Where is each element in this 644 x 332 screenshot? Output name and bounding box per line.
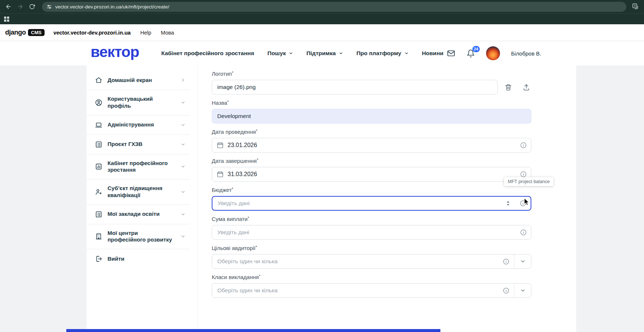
nav-item-label: Про платформу [356, 50, 401, 57]
calendar-icon[interactable] [217, 142, 224, 149]
end-date-input[interactable]: 31.03.2026 [212, 167, 531, 182]
label-text: Цільові авдиторії [212, 245, 256, 251]
forward-button[interactable] [15, 2, 25, 11]
required-mark: * [256, 245, 257, 249]
sidebar-item-project-ghzv[interactable]: Проєкт ГХЗВ [87, 135, 190, 154]
delete-icon[interactable] [504, 83, 512, 91]
cms-badge: CMS [28, 29, 45, 36]
home-icon [95, 76, 103, 84]
required-mark: * [227, 100, 229, 104]
bar-chart-icon [95, 163, 103, 171]
nav-item-cabinet[interactable]: Кабінет професійного зростання [161, 50, 254, 57]
mouse-cursor [524, 198, 530, 207]
label-text: Назва [212, 100, 227, 106]
payment-input-wrap [212, 225, 531, 240]
grades-placeholder: Оберіть один чи кілька [212, 287, 278, 294]
info-icon[interactable] [520, 142, 527, 149]
nav-item-support[interactable]: Підтримка [306, 50, 343, 57]
logo-file-name: image (26).png [212, 84, 256, 90]
grades-select[interactable]: Оберіть один чи кілька [212, 283, 531, 298]
nav-item-search[interactable]: Пошук [267, 50, 293, 57]
url-text: vector.vector-dev.prozori.in.ua/uk/mft/p… [55, 4, 169, 10]
cms-language-link[interactable]: Мова [161, 30, 174, 36]
info-icon[interactable] [520, 229, 527, 236]
field-label-name: Назва* [212, 100, 531, 106]
content-panel: Домашній екран Користувацький профіль Ад [87, 65, 576, 332]
translate-icon[interactable]: A [631, 2, 640, 11]
sidebar-item-home[interactable]: Домашній екран [87, 71, 190, 90]
chevron-down-icon [180, 164, 186, 169]
avatar[interactable] [486, 46, 500, 60]
field-label-end-date: Дата завершення* [212, 158, 531, 164]
mail-icon[interactable] [447, 49, 455, 58]
nav-item-label: Кабінет професійного зростання [161, 50, 254, 57]
sidebar: Домашній екран Користувацький профіль Ад [87, 65, 198, 332]
apps-grid-icon[interactable] [4, 17, 9, 22]
notifications-bell[interactable]: 24 [467, 49, 475, 58]
sidebar-item-profile[interactable]: Користувацький профіль [87, 90, 190, 115]
chevron-down-icon[interactable] [514, 258, 531, 264]
vector-logo[interactable]: вектор [91, 43, 139, 61]
required-mark: * [247, 216, 249, 220]
sidebar-item-qualification-subject[interactable]: Суб’єкт підвищення кваліфікації [87, 179, 190, 205]
sidebar-item-my-centers[interactable]: Мої центри професійного розвитку [87, 224, 190, 250]
nav-item-label: Новини [422, 50, 444, 57]
info-icon[interactable] [503, 258, 510, 265]
audiences-select[interactable]: Оберіть один чи кілька [212, 254, 531, 269]
chevron-down-icon[interactable] [514, 288, 531, 293]
end-date-value: 31.03.2026 [228, 171, 257, 178]
logout-icon [95, 255, 103, 263]
chevron-right-icon [180, 78, 186, 83]
sidebar-item-my-institutions[interactable]: Мої заклади освіти [87, 205, 190, 224]
building-icon [95, 232, 103, 240]
logo-file-input[interactable]: image (26).png [212, 80, 498, 94]
django-logo[interactable]: django [5, 29, 26, 36]
person-plus-icon [95, 188, 103, 196]
sidebar-item-administration[interactable]: Адміністрування [87, 115, 190, 135]
label-text: Логотип [212, 71, 232, 77]
required-mark: * [259, 274, 260, 278]
sidebar-item-logout[interactable]: Вийти [87, 249, 190, 268]
nav-item-about[interactable]: Про платформу [356, 50, 409, 57]
cms-help-link[interactable]: Help [140, 30, 151, 36]
sidebar-item-label: Вийти [108, 256, 124, 263]
document-list-icon [95, 140, 103, 149]
chevron-down-icon [180, 100, 186, 105]
browser-toolbar: vector.vector-dev.prozori.in.ua/uk/mft/p… [0, 0, 644, 13]
chevron-down-icon [180, 212, 186, 217]
label-text: Класи викладання [212, 274, 259, 280]
upload-icon[interactable] [522, 83, 530, 91]
budget-input[interactable] [212, 200, 531, 207]
field-label-grades: Класи викладання* [212, 274, 531, 280]
browser-bookmarks-strip [0, 13, 644, 24]
name-value: Development [212, 113, 251, 119]
info-icon[interactable] [520, 171, 527, 178]
calendar-icon[interactable] [217, 171, 224, 178]
cms-site-name[interactable]: vector.vector-dev.prozori.in.ua [53, 30, 131, 36]
cms-toolbar: django CMS vector.vector-dev.prozori.in.… [0, 24, 644, 41]
select-controls [503, 254, 531, 268]
info-icon[interactable] [503, 287, 510, 294]
start-date-value: 23.01.2026 [228, 142, 257, 149]
required-mark: * [256, 129, 257, 133]
name-input[interactable]: Development [212, 109, 531, 124]
site-settings-icon[interactable] [46, 4, 52, 10]
field-label-start-date: Дата проведення* [212, 129, 531, 135]
refresh-button[interactable] [27, 2, 37, 11]
label-text: Дата проведення [212, 129, 256, 135]
budget-input-wrap [212, 196, 531, 211]
page-content: Домашній екран Користувацький профіль Ад [0, 65, 644, 332]
start-date-input[interactable]: 23.01.2026 [212, 138, 531, 153]
user-circle-icon [95, 99, 103, 107]
user-name[interactable]: Білобров В. [511, 50, 541, 57]
payment-input[interactable] [212, 229, 531, 236]
sidebar-item-growth-cabinet[interactable]: Кабінет професійного зростання [87, 154, 190, 180]
sidebar-item-label: Суб’єкт підвищення кваліфікації [108, 185, 176, 199]
sidebar-item-label: Кабінет професійного зростання [108, 160, 176, 174]
number-stepper-icon[interactable] [506, 200, 511, 206]
nav-item-news[interactable]: Новини [422, 50, 444, 57]
back-button[interactable] [4, 2, 13, 11]
url-bar[interactable]: vector.vector-dev.prozori.in.ua/uk/mft/p… [42, 2, 626, 12]
required-mark: * [232, 187, 233, 191]
document-list-icon [95, 210, 103, 218]
